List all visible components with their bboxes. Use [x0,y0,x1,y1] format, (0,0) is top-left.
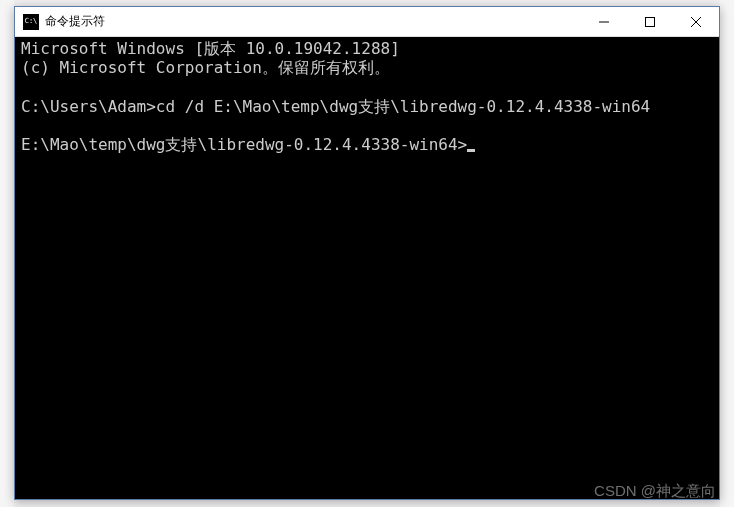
terminal-line: C:\Users\Adam>cd /d E:\Mao\temp\dwg支持\li… [21,97,650,116]
prompt: E:\Mao\temp\dwg支持\libredwg-0.12.4.4338-w… [21,135,467,154]
cmd-icon [23,14,39,30]
minimize-icon [599,17,609,27]
background-right [720,0,734,507]
window-controls [581,7,719,36]
prompt: C:\Users\Adam> [21,97,156,116]
titlebar[interactable]: 命令提示符 [15,7,719,37]
svg-rect-1 [646,17,655,26]
command-text: cd /d E:\Mao\temp\dwg支持\libredwg-0.12.4.… [156,97,650,116]
window-title: 命令提示符 [45,13,581,30]
maximize-button[interactable] [627,7,673,36]
cmd-window: 命令提示符 Microsoft Windows [版本 10.0.19042.1… [14,6,720,500]
terminal-line: Microsoft Windows [版本 10.0.19042.1288] [21,39,400,58]
minimize-button[interactable] [581,7,627,36]
close-button[interactable] [673,7,719,36]
terminal-line: (c) Microsoft Corporation。保留所有权利。 [21,58,390,77]
terminal-output[interactable]: Microsoft Windows [版本 10.0.19042.1288] (… [15,37,719,499]
close-icon [691,17,701,27]
maximize-icon [645,17,655,27]
background-left [0,0,14,507]
watermark: CSDN @神之意向 [594,482,716,501]
terminal-line: E:\Mao\temp\dwg支持\libredwg-0.12.4.4338-w… [21,135,475,154]
cursor [467,149,475,152]
